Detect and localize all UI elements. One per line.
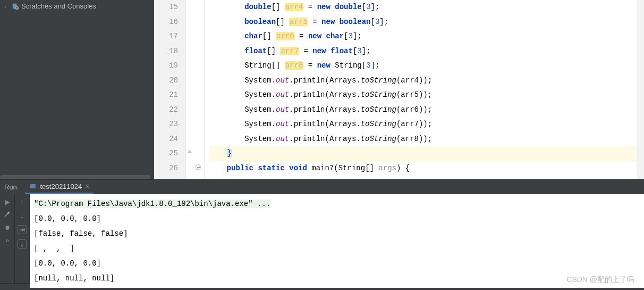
run-panel: Run: test20211024 × ▶ » ↑ ↓ ⇥ ⤓ "C:\Prog… bbox=[0, 179, 644, 283]
output-line: [0.0, 0.0, 0.0] bbox=[34, 211, 640, 226]
project-sidebar[interactable]: › Scratches and Consoles bbox=[0, 0, 154, 179]
run-toolbar-inner: ↑ ↓ ⇥ ⤓ bbox=[15, 194, 30, 288]
fold-toggle-icon[interactable] bbox=[196, 164, 201, 170]
wrench-icon[interactable] bbox=[3, 210, 12, 219]
arrow-down-icon[interactable]: ↓ bbox=[20, 211, 24, 220]
fold-up-icon[interactable] bbox=[187, 150, 192, 153]
sidebar-item-scratches[interactable]: › Scratches and Consoles bbox=[0, 0, 154, 12]
output-line: [ , , ] bbox=[34, 241, 640, 256]
svg-line-4 bbox=[4, 226, 5, 227]
svg-point-3 bbox=[5, 226, 9, 230]
sidebar-item-label: Scratches and Consoles bbox=[21, 2, 96, 10]
editor-scrollbar[interactable] bbox=[637, 0, 644, 179]
scratches-icon bbox=[12, 3, 19, 10]
output-line: [null, null, null] bbox=[34, 271, 640, 286]
svg-line-5 bbox=[10, 226, 11, 227]
svg-rect-2 bbox=[30, 184, 36, 188]
run-tab[interactable]: test20211024 × bbox=[25, 180, 94, 194]
run-config-icon bbox=[29, 183, 37, 190]
soft-wrap-icon[interactable]: ⇥ bbox=[18, 225, 27, 234]
scroll-to-end-icon[interactable]: ⤓ bbox=[18, 239, 27, 248]
code-editor[interactable]: 15 16 17 18 19 20 21 22 23 24 25 26 doub… bbox=[154, 0, 644, 179]
editor-margin bbox=[186, 0, 205, 179]
bug-icon[interactable] bbox=[3, 223, 12, 231]
run-toolbar-left: ▶ » bbox=[0, 194, 15, 288]
sidebar-scrollbar-thumb[interactable] bbox=[0, 175, 150, 179]
output-line: [false, false, false] bbox=[34, 226, 640, 241]
run-label: Run: bbox=[4, 183, 19, 191]
output-line: [0.0, 0.0, 0.0] bbox=[34, 256, 640, 271]
close-icon[interactable]: × bbox=[85, 182, 89, 190]
output-command: "C:\Program Files\Java\jdk1.8.0_192\bin\… bbox=[34, 196, 640, 211]
chevron-right-icon: › bbox=[4, 3, 10, 10]
run-tab-label: test20211024 bbox=[40, 183, 82, 190]
rerun-icon[interactable]: ▶ bbox=[3, 197, 12, 206]
expand-icon[interactable]: » bbox=[3, 236, 12, 244]
code-content[interactable]: double[] arr4 = new double[3]; boolean[]… bbox=[205, 0, 637, 179]
editor-gutter: 15 16 17 18 19 20 21 22 23 24 25 26 bbox=[154, 0, 186, 179]
run-header: Run: test20211024 × bbox=[0, 180, 644, 194]
arrow-up-icon[interactable]: ↑ bbox=[20, 197, 24, 206]
run-output[interactable]: "C:\Program Files\Java\jdk1.8.0_192\bin\… bbox=[30, 194, 644, 288]
